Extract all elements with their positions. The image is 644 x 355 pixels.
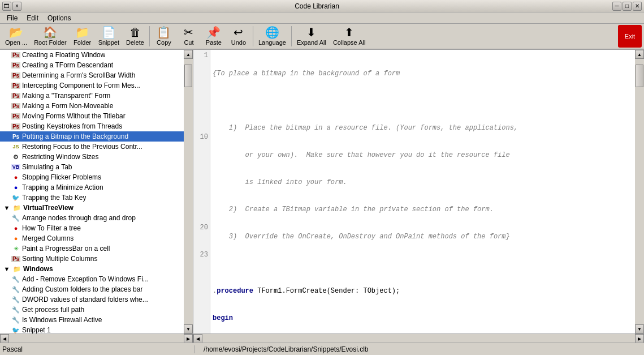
- scroll-thumb[interactable]: [184, 65, 192, 87]
- tree-item-creating-tform[interactable]: Ps Creating a TForm Descendant: [0, 60, 184, 70]
- tree-item-bitmap-background[interactable]: Ps Putting a Bitmap in the Background: [0, 131, 184, 142]
- titlebar-system-btn[interactable]: 🗔: [2, 2, 11, 11]
- pascal-icon: Ps: [11, 83, 20, 89]
- tree-item-moving-forms[interactable]: Ps Moving Forms Without the Titlebar: [0, 111, 184, 121]
- tree-item-firewall[interactable]: 🔧 Is Windows Firewall Active: [0, 315, 184, 325]
- delete-button[interactable]: 🗑 Delete: [123, 25, 147, 48]
- left-horizontal-scrollbar[interactable]: ◀ ▶: [0, 333, 193, 343]
- copy-button[interactable]: 📋 Copy: [152, 25, 176, 48]
- open-icon: 📂: [9, 27, 23, 38]
- menu-file[interactable]: File: [2, 13, 22, 23]
- tree-item-non-moveable[interactable]: Ps Making a Form Non-Moveable: [0, 101, 184, 111]
- tree-item-merged-columns[interactable]: ● Merged Columns: [0, 233, 184, 243]
- right-hscroll-right-button[interactable]: ▶: [635, 334, 644, 343]
- left-vertical-scrollbar[interactable]: ▲ ▼: [184, 50, 193, 333]
- group-windows[interactable]: ▼ 📁 Windows: [0, 264, 184, 274]
- collapse-all-label: Collapse All: [333, 39, 365, 46]
- tree-item-creating-floating[interactable]: Ps Creating a Floating Window: [0, 50, 184, 60]
- tree-item-progressbar[interactable]: ✳ Paint a ProgressBar on a cell: [0, 243, 184, 254]
- tree-item-label: Posting Keystrokes from Threads: [22, 122, 122, 130]
- maximize-button[interactable]: □: [623, 2, 632, 11]
- tree-item-filter-tree[interactable]: ● How To Filter a tree: [0, 223, 184, 233]
- code-line-10: begin: [213, 314, 633, 323]
- code-line-5: is linked into your form.: [213, 178, 633, 187]
- exit-button[interactable]: Exit: [618, 25, 642, 48]
- tree-item-snippet1[interactable]: 🐦 Snippet 1: [0, 325, 184, 333]
- right-hscroll-left-button[interactable]: ◀: [193, 334, 202, 343]
- folder-button[interactable]: 📁 Folder: [71, 25, 94, 48]
- right-horizontal-scrollbar[interactable]: ◀ ▶: [193, 333, 644, 343]
- tree-item-restricting[interactable]: ⚙ Restricting Window Sizes: [0, 152, 184, 162]
- menu-options[interactable]: Options: [43, 13, 75, 23]
- line-numbers: 1 10 20: [193, 50, 210, 333]
- tree-item-simulating-tab[interactable]: VB Simulating a Tab: [0, 162, 184, 172]
- folder-icon: 📁: [12, 266, 21, 273]
- right-scroll-thumb[interactable]: [636, 65, 643, 87]
- close-title-button[interactable]: ✕: [633, 2, 642, 11]
- tree-item-dword[interactable]: 🔧 DWORD values of standard folders whe..…: [0, 294, 184, 305]
- line-num-blank: [193, 205, 208, 214]
- tree-item-posting-keystrokes[interactable]: Ps Posting Keystrokes from Threads: [0, 121, 184, 131]
- right-vertical-scrollbar[interactable]: ▲ ▼: [635, 50, 644, 333]
- scroll-track[interactable]: [184, 59, 193, 324]
- tree-item-trapping-tab[interactable]: 🐦 Trapping the Tab Key: [0, 193, 184, 203]
- pascal-icon: Ps: [11, 93, 20, 99]
- tree-item-restoring-focus[interactable]: JS Restoring Focus to the Previous Contr…: [0, 142, 184, 152]
- folder-icon: 📁: [12, 204, 21, 212]
- tree-item-arrange-nodes[interactable]: 🔧 Arrange nodes through drag and drop: [0, 213, 184, 223]
- tree-item-add-remove-exception[interactable]: 🔧 Add - Remove Exception To Windows Fi..…: [0, 274, 184, 284]
- snippet-button[interactable]: 📄 Snippet: [96, 25, 122, 48]
- bird-icon: 🐦: [11, 194, 20, 202]
- line-num-blank: [193, 214, 208, 223]
- tree-item-label: DWORD values of standard folders whe...: [22, 296, 148, 303]
- tree-item-transparent[interactable]: Ps Making a "Transparent" Form: [0, 91, 184, 101]
- menu-edit[interactable]: Edit: [22, 13, 43, 23]
- hscroll-track[interactable]: [9, 334, 184, 343]
- bird-icon: 🐦: [11, 327, 20, 334]
- root-folder-icon: 🏠: [43, 27, 57, 38]
- tree-item-trapping-minimize[interactable]: ● Trapping a Minimize Action: [0, 182, 184, 193]
- exit-label: Exit: [625, 33, 635, 40]
- tree-item-scrollbar[interactable]: Ps Determining a Form's ScrollBar Width: [0, 70, 184, 80]
- tree-item-intercepting[interactable]: Ps Intercepting Component to Form Mes...: [0, 80, 184, 91]
- group-virtualtreeview[interactable]: ▼ 📁 VirtualTreeView: [0, 203, 184, 213]
- cut-icon: ✂: [184, 27, 193, 38]
- tree-container[interactable]: Ps Creating a Floating Window Ps Creatin…: [0, 50, 184, 333]
- open-button[interactable]: 📂 Open ...: [2, 25, 30, 48]
- copy-label: Copy: [157, 39, 171, 46]
- tree-item-process-path[interactable]: 🔧 Get process full path: [0, 305, 184, 315]
- scroll-up-button[interactable]: ▲: [184, 50, 193, 59]
- code-content[interactable]: {To place a bitmap in the background of …: [210, 50, 635, 333]
- right-scroll-down-button[interactable]: ▼: [635, 324, 644, 333]
- minimize-button[interactable]: ─: [612, 2, 621, 11]
- expand-all-button[interactable]: ⬇ Expand All: [294, 25, 329, 48]
- line-num-blank: [193, 151, 208, 160]
- root-folder-button[interactable]: 🏠 Root Folder: [31, 25, 69, 48]
- expand-all-label: Expand All: [297, 39, 326, 46]
- hscroll-left-button[interactable]: ◀: [0, 334, 9, 343]
- right-scroll-up-button[interactable]: ▲: [635, 50, 644, 59]
- line-num-blank: [193, 96, 208, 105]
- titlebar-unknown-btn[interactable]: ×: [12, 2, 21, 11]
- undo-button[interactable]: ↩ Undo: [227, 25, 250, 48]
- paste-button[interactable]: 📌 Paste: [202, 25, 226, 48]
- code-line-4: or your own). Make sure that however you…: [213, 151, 633, 160]
- hscroll-right-button[interactable]: ▶: [184, 334, 193, 343]
- cut-label: Cut: [184, 39, 193, 46]
- left-panel: Ps Creating a Floating Window Ps Creatin…: [0, 50, 193, 343]
- language-button[interactable]: 🌐 Language: [256, 25, 289, 48]
- pascal-icon: Ps: [11, 62, 20, 69]
- tree-item-label: Adding Custom folders to the places bar: [22, 285, 142, 293]
- pascal-icon: Ps: [11, 134, 20, 140]
- tree-item-adding-custom[interactable]: 🔧 Adding Custom folders to the places ba…: [0, 284, 184, 294]
- right-hscroll-track[interactable]: [202, 334, 635, 343]
- cut-button[interactable]: ✂ Cut: [177, 25, 201, 48]
- tree-item-stopping-flicker[interactable]: ● Stopping Flicker Problems: [0, 172, 184, 182]
- tree-item-sorting-columns[interactable]: Ps Sorting Multiple Columns: [0, 254, 184, 264]
- right-scroll-track[interactable]: [635, 59, 644, 324]
- scroll-down-button[interactable]: ▼: [184, 324, 193, 333]
- titlebar-window-buttons: ─ □ ✕: [612, 2, 642, 11]
- collapse-all-button[interactable]: ⬆ Collapse All: [330, 25, 368, 48]
- undo-icon: ↩: [234, 27, 243, 38]
- line-num-blank: [193, 196, 208, 205]
